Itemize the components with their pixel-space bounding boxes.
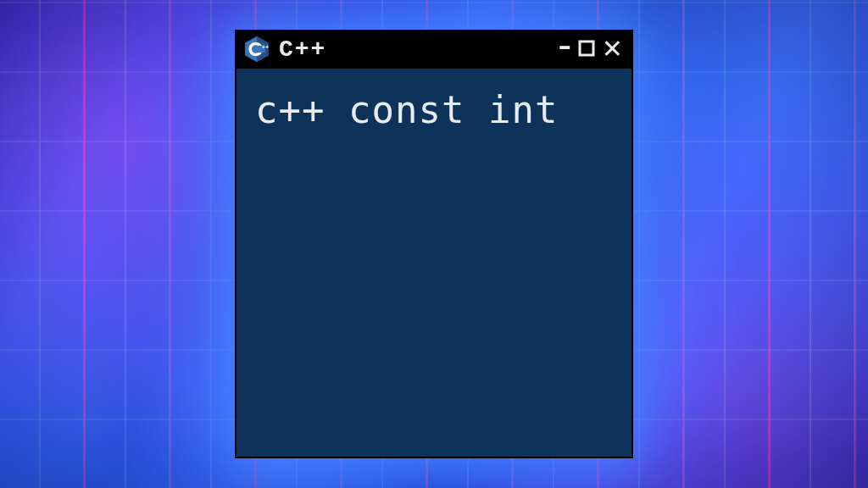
app-window: + + C++ – ✕ c++ const int xyxy=(235,30,633,458)
close-button[interactable]: ✕ xyxy=(602,36,623,62)
minimize-button[interactable]: – xyxy=(559,33,571,58)
editor-content[interactable]: c++ const int xyxy=(236,69,632,457)
cpp-logo-icon: + + xyxy=(243,36,270,63)
window-controls: – ✕ xyxy=(559,36,623,62)
svg-text:+: + xyxy=(265,44,269,50)
window-glow-wrap: + + C++ – ✕ c++ const int xyxy=(235,30,633,458)
svg-text:+: + xyxy=(262,44,265,50)
svg-rect-8 xyxy=(580,42,593,55)
window-title: C++ xyxy=(279,36,550,63)
maximize-button[interactable] xyxy=(578,40,595,57)
titlebar[interactable]: + + C++ – ✕ xyxy=(236,30,632,69)
